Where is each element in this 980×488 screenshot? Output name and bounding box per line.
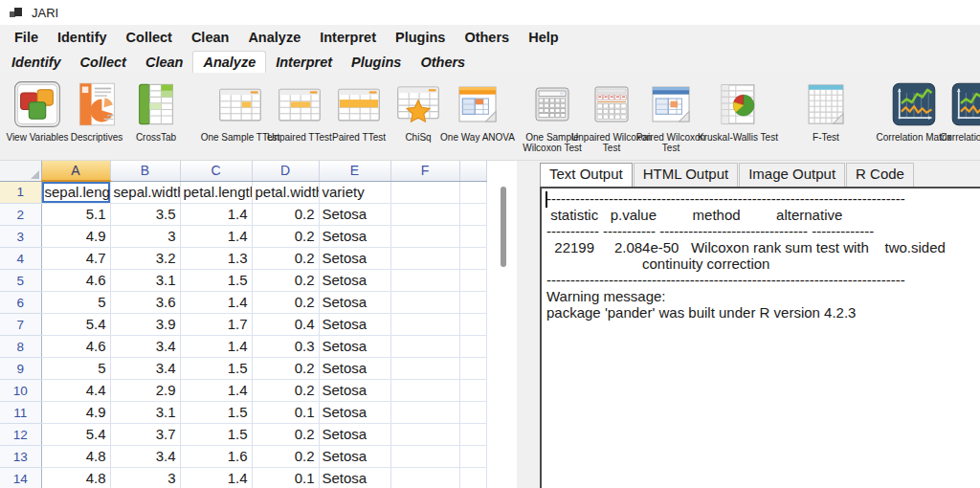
cell[interactable]: 4.7 — [41, 248, 110, 270]
column-header-partial[interactable] — [459, 161, 486, 181]
tab-identify[interactable]: Identify — [2, 53, 71, 73]
cell[interactable]: 3.9 — [110, 314, 180, 336]
cell[interactable]: variety — [319, 181, 390, 204]
menu-collect[interactable]: Collect — [117, 30, 182, 45]
cell[interactable]: Setosa — [319, 424, 390, 446]
cell[interactable] — [390, 336, 459, 358]
cell[interactable]: 1.4 — [180, 226, 252, 248]
toolbar-view-variables[interactable]: View Variables — [8, 78, 67, 143]
toolbar-paired-ttest[interactable]: Paired TTest — [329, 78, 389, 143]
cell[interactable] — [459, 181, 486, 204]
tab-collect[interactable]: Collect — [71, 53, 136, 73]
cell[interactable]: 3.2 — [110, 248, 180, 270]
column-header-c[interactable]: C — [180, 161, 252, 181]
toolbar-paired-wilcoxon[interactable]: Paired Wilcoxon Test — [641, 78, 701, 153]
toolbar-one-sample-ttest[interactable]: One Sample TTest — [211, 78, 270, 143]
cell[interactable]: 3.5 — [110, 204, 180, 226]
cell[interactable]: Setosa — [319, 358, 390, 380]
cell[interactable]: 1.4 — [180, 468, 252, 488]
cell[interactable] — [390, 358, 459, 380]
row-header[interactable]: 6 — [0, 292, 41, 314]
cell[interactable]: 2.9 — [110, 380, 180, 402]
row-header[interactable]: 10 — [0, 380, 41, 402]
cell[interactable]: petal.width — [252, 181, 319, 204]
menu-plugins[interactable]: Plugins — [386, 30, 455, 45]
column-header-f[interactable]: F — [390, 161, 459, 181]
row-header[interactable]: 4 — [0, 248, 41, 270]
cell[interactable]: 0.1 — [252, 402, 319, 424]
cell[interactable] — [459, 248, 486, 270]
cell[interactable]: 0.2 — [252, 248, 319, 270]
row-header[interactable]: 11 — [0, 402, 41, 424]
tab-clean[interactable]: Clean — [136, 53, 193, 73]
menu-help[interactable]: Help — [519, 30, 568, 45]
cell[interactable]: 0.4 — [252, 314, 319, 336]
toolbar-f-test[interactable]: F-Test — [796, 78, 856, 143]
cell[interactable] — [459, 226, 486, 248]
text-output-area[interactable]: ----------------------------------------… — [540, 187, 980, 488]
toolbar-correlation-test[interactable]: Correlation Test — [944, 78, 980, 143]
cell[interactable]: 0.2 — [252, 226, 319, 248]
cell[interactable]: 0.3 — [252, 336, 319, 358]
cell[interactable]: 4.6 — [41, 336, 110, 358]
cell[interactable]: 5.4 — [41, 424, 110, 446]
row-header[interactable]: 8 — [0, 336, 41, 358]
cell[interactable]: 1.4 — [180, 204, 252, 226]
cell[interactable]: 0.2 — [252, 204, 319, 226]
cell[interactable]: 0.1 — [252, 468, 319, 488]
cell[interactable]: Setosa — [319, 380, 390, 402]
cell[interactable]: Setosa — [319, 292, 390, 314]
cell[interactable] — [390, 314, 459, 336]
cell[interactable]: Setosa — [319, 270, 390, 292]
cell[interactable]: Setosa — [319, 468, 390, 488]
cell[interactable] — [459, 380, 486, 402]
column-header-a[interactable]: A — [41, 161, 110, 181]
cell[interactable]: 0.2 — [252, 380, 319, 402]
cell[interactable] — [390, 181, 459, 204]
row-header[interactable]: 14 — [0, 468, 41, 488]
menu-identify[interactable]: Identify — [48, 30, 117, 45]
cell[interactable]: Setosa — [319, 226, 390, 248]
cell[interactable]: Setosa — [319, 314, 390, 336]
toolbar-chisq[interactable]: ChiSq — [389, 78, 448, 143]
tab-analyze[interactable]: Analyze — [192, 51, 266, 73]
cell[interactable] — [390, 380, 459, 402]
cell[interactable] — [390, 446, 459, 468]
cell[interactable] — [459, 424, 486, 446]
menu-analyze[interactable]: Analyze — [238, 30, 310, 45]
cell[interactable]: 1.5 — [180, 424, 252, 446]
tab-others[interactable]: Others — [411, 53, 475, 73]
cell[interactable]: 4.8 — [41, 468, 110, 488]
tab-image-output[interactable]: Image Output — [739, 163, 845, 187]
cell[interactable]: 3.4 — [110, 336, 180, 358]
cell[interactable] — [390, 402, 459, 424]
toolbar-descriptives[interactable]: Descriptives — [67, 78, 126, 143]
cell[interactable] — [459, 204, 486, 226]
cell-A1-selected[interactable]: sepal.length — [41, 181, 110, 204]
cell[interactable]: Setosa — [319, 336, 390, 358]
cell[interactable]: Setosa — [319, 204, 390, 226]
cell[interactable]: 0.2 — [252, 358, 319, 380]
cell[interactable] — [390, 226, 459, 248]
cell[interactable] — [459, 446, 486, 468]
cell[interactable]: 0.2 — [252, 270, 319, 292]
cell[interactable]: 1.5 — [180, 358, 252, 380]
row-header[interactable]: 1 — [0, 181, 41, 204]
column-header-e[interactable]: E — [319, 161, 390, 181]
cell[interactable]: Setosa — [319, 402, 390, 424]
tab-interpret[interactable]: Interpret — [266, 53, 342, 73]
toolbar-crosstab[interactable]: CrossTab — [126, 78, 186, 143]
toolbar-unpaired-ttest[interactable]: Unpaired TTest — [270, 78, 329, 143]
tab-r-code[interactable]: R Code — [846, 163, 914, 187]
cell[interactable]: 5 — [41, 358, 110, 380]
cell[interactable] — [390, 204, 459, 226]
tab-text-output[interactable]: Text Output — [540, 163, 633, 187]
column-header-d[interactable]: D — [252, 161, 319, 181]
cell[interactable] — [390, 424, 459, 446]
cell[interactable]: 4.6 — [41, 270, 110, 292]
cell[interactable]: 0.2 — [252, 446, 319, 468]
cell[interactable]: sepal.width — [110, 181, 180, 204]
row-header[interactable]: 5 — [0, 270, 41, 292]
cell[interactable]: 5.1 — [41, 204, 110, 226]
menu-file[interactable]: File — [5, 30, 48, 45]
